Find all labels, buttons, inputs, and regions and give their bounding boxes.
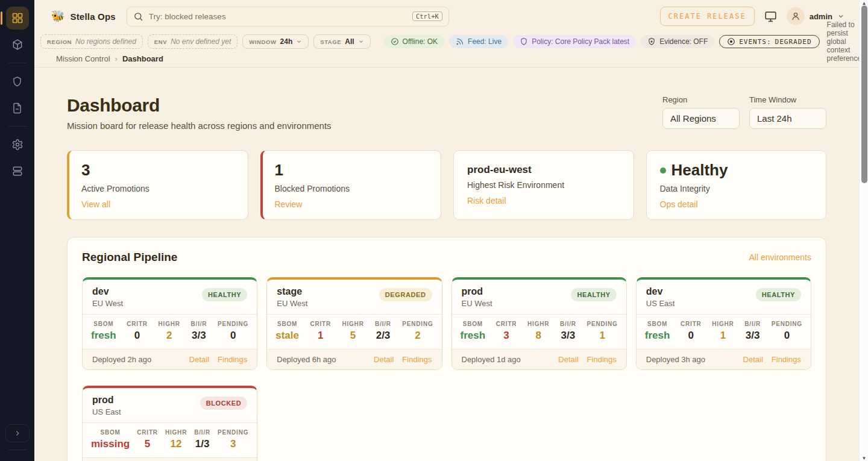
policy-status-chip[interactable]: Policy: Core Policy Pack latest [513,35,636,48]
findings-link[interactable]: Findings [587,355,617,364]
stat-highr: HIGHR 1 [712,321,734,342]
summary-card-link[interactable]: View all [81,199,234,209]
stat-bir: B/I/R 3/3 [191,321,207,342]
global-search[interactable]: Ctrl+K [127,7,449,27]
create-release-button[interactable]: CREATE RELEASE [660,7,755,26]
all-environments-link[interactable]: All environments [749,252,812,262]
events-status-chip[interactable]: EVENTS: DEGRADED [719,35,819,48]
pipeline-env-name: prod [462,286,492,297]
stat-critr: CRITR 1 [310,321,331,342]
stat-sbom: SBOM missing [91,429,130,450]
pipeline-card-footer: Deployed 3h ago Detail Findings [637,349,811,369]
pipeline-stats: SBOM missing CRITR 5 HIGHR 12 B/I/R 1/3 … [83,422,257,457]
pipeline-card-footer: Deployed 6h ago Detail Findings [267,349,441,369]
pipeline-env-name: dev [646,286,675,297]
pipeline-card-links: Detail Findings [189,355,247,364]
findings-link[interactable]: Findings [772,355,801,364]
stat-value: 3/3 [191,330,207,342]
sidebar-item-documents[interactable] [6,96,29,119]
summary-card-link[interactable]: Ops detail [660,199,813,209]
summary-card-link[interactable]: Risk detail [467,196,620,205]
deployed-timestamp: Deployed 1d ago [462,355,521,364]
time-window-filter-select[interactable]: Last 24h [749,108,826,129]
stat-label: HIGHR [712,321,734,327]
stat-label: SBOM [91,321,116,327]
region-chip-value: No regions defined [75,37,136,46]
window-context-dropdown[interactable]: WINDOW 24h [242,34,309,49]
stat-label: B/I/R [744,321,761,327]
status-badge: BLOCKED [200,397,248,410]
page-head: Dashboard Mission board for release heal… [67,95,826,131]
sidebar-item-security[interactable] [6,70,29,93]
region-context-chip: REGION No regions defined [40,34,143,49]
stat-value: 5 [342,330,363,342]
offline-status-chip[interactable]: Offline: OK [384,35,444,48]
document-icon [11,102,23,114]
evidence-status-chip[interactable]: Evidence: OFF [641,35,714,48]
breadcrumb-parent[interactable]: Mission Control [56,54,110,63]
avatar [787,7,805,25]
stat-label: SBOM [275,321,299,327]
search-input[interactable] [149,12,407,21]
status-badge: HEALTHY [202,288,247,301]
deployed-timestamp: Deployed 3h ago [646,355,705,364]
env-context-chip: ENV No env defined yet [148,34,237,49]
search-shortcut-kbd: Ctrl+K [412,11,442,21]
window-chip-label: WINDOW [249,39,276,45]
sidebar-item-packages[interactable] [6,33,29,56]
findings-link[interactable]: Findings [402,355,432,364]
page-filters: Region All Regions Time Window Last 24h [662,95,826,129]
pipeline-card-head: dev US East HEALTHY [637,280,811,314]
breadcrumb-current: Dashboard [122,54,163,63]
health-dot-icon [660,168,666,174]
stat-value: stale [275,330,299,342]
detail-link[interactable]: Detail [558,355,578,364]
summary-card-value: 1 [275,161,428,180]
sidebar [0,0,34,461]
scrollbar-thumb[interactable] [861,5,867,183]
sidebar-item-dashboard[interactable] [6,7,29,30]
summary-card-link[interactable]: Review [275,199,428,209]
sidebar-item-settings[interactable] [6,133,29,156]
vertical-scrollbar[interactable]: ▲ ▼ [859,0,868,461]
stat-value: fresh [91,330,116,342]
detail-link[interactable]: Detail [189,355,209,364]
evidence-chip-label: Evidence: OFF [659,37,708,46]
stat-value: 3/3 [744,330,761,342]
stat-label: B/I/R [191,321,207,327]
summary-card: Healthy Data Integrity Ops detail [646,150,827,220]
detail-link[interactable]: Detail [374,355,394,364]
pipeline-stats: SBOM fresh CRITR 3 HIGHR 8 B/I/R 3/3 PEN… [452,314,626,349]
monitor-icon [764,10,777,23]
pipeline-card-footer: Deployed 1d ago Detail Findings [452,349,626,369]
chevron-down-icon [837,13,844,20]
pipeline-card-links: Detail Findings [374,355,432,364]
stat-value: 3/3 [560,330,576,342]
stat-label: SBOM [461,321,486,327]
stat-highr: HIGHR 8 [527,321,549,342]
context-bar: REGION No regions defined ENV No env def… [34,33,859,51]
findings-link[interactable]: Findings [218,355,247,364]
time-window-filter-label: Time Window [749,95,826,104]
scroll-down-arrow-icon[interactable]: ▼ [860,455,868,461]
detail-link[interactable]: Detail [743,355,763,364]
sidebar-expand-button[interactable] [5,424,30,442]
summary-card-value: prod-eu-west [467,164,620,176]
stat-highr: HIGHR 12 [165,429,187,450]
app-name: Stella Ops [70,11,115,22]
stat-value: missing [91,438,130,450]
pipeline-region-name: US East [646,299,675,308]
pipeline-card-footer: Deployed 2h ago Detail Findings [83,349,257,369]
stat-value: 1 [310,330,331,342]
stage-context-dropdown[interactable]: STAGE All [313,34,370,49]
stat-label: B/I/R [560,321,576,327]
check-circle-icon [391,37,399,46]
stat-bir: B/I/R 3/3 [560,321,576,342]
sidebar-divider [8,450,27,450]
pipeline-region-name: EU West [462,299,492,308]
sidebar-item-infrastructure[interactable] [6,160,29,183]
feed-status-chip[interactable]: Feed: Live [449,35,508,48]
display-mode-button[interactable] [764,10,777,23]
stat-value: 2/3 [375,330,391,342]
region-filter-select[interactable]: All Regions [662,108,740,129]
